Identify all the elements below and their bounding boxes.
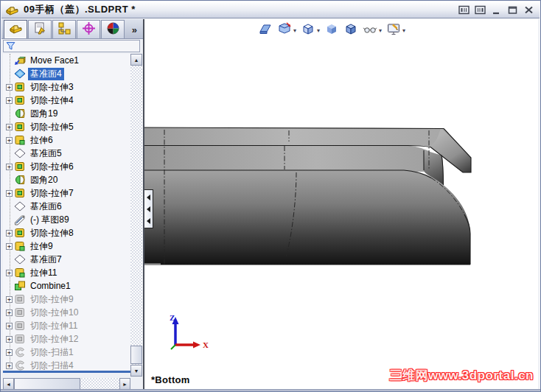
tree-item[interactable]: +切除-拉伸3: [3, 80, 130, 94]
graphics-area[interactable]: ▾▾▾▾: [144, 19, 538, 389]
tree-item[interactable]: +拉伸9: [3, 239, 130, 253]
feature-tree: Move Face1基准面4+切除-拉伸3+切除-拉伸4圆角19+切除-拉伸5+…: [3, 54, 130, 371]
feature-panel: » Move Face1基准面4+切除-拉伸3+切除-拉伸4圆角19+切除-拉伸…: [1, 19, 143, 389]
tree-item[interactable]: +切除-拉伸4: [3, 94, 130, 107]
expander[interactable]: +: [6, 164, 13, 170]
tree-item[interactable]: +切除-拉伸6: [3, 160, 130, 173]
hscroll-thumb[interactable]: [14, 378, 80, 390]
svg-text:X: X: [203, 340, 209, 349]
tree-item-label: 基准面4: [28, 68, 64, 80]
expander[interactable]: +: [6, 270, 13, 276]
tree-vscrollbar[interactable]: ▲ ▼: [130, 54, 142, 377]
expander[interactable]: +: [6, 363, 13, 369]
tree-item[interactable]: +切除-拉伸9: [3, 293, 130, 306]
tree-item-label: 切除-拉伸8: [28, 227, 76, 239]
vscroll-thumb[interactable]: [130, 346, 142, 364]
dock-left-button[interactable]: [458, 4, 470, 15]
scroll-down-button[interactable]: ▼: [130, 365, 142, 377]
panel-tabstrip: »: [1, 19, 143, 39]
tree-item[interactable]: Move Face1: [3, 54, 130, 67]
tree-item[interactable]: +切除-拉伸7: [3, 186, 130, 200]
expander[interactable]: +: [6, 84, 13, 91]
tree-item[interactable]: +切除-拉伸8: [3, 226, 130, 239]
featuremanager-icon: [9, 21, 23, 38]
filter-bar[interactable]: [3, 40, 140, 52]
funnel-icon: [6, 41, 15, 51]
cut-extrude-icon: [14, 307, 26, 318]
boss-extrude-icon: [14, 240, 26, 252]
sketch-icon: [14, 214, 26, 225]
window-bottom-border: [1, 389, 540, 391]
tree-item-label: Move Face1: [28, 55, 81, 66]
expander[interactable]: +: [6, 296, 13, 303]
tree-item-label: Combine1: [28, 281, 73, 291]
combine-icon: [14, 280, 26, 292]
y-axis: [171, 345, 175, 349]
tree-item[interactable]: +切除-拉伸11: [3, 319, 130, 332]
vscroll-track[interactable]: [130, 54, 142, 377]
tabstrip-overflow-chevron[interactable]: »: [132, 24, 142, 38]
tree-item-label: 切除-扫描4: [28, 360, 76, 371]
expander[interactable]: +: [6, 137, 13, 144]
tree-item[interactable]: 基准面6: [3, 200, 130, 213]
tree-item-label: 拉伸11: [28, 267, 59, 279]
close-button[interactable]: [523, 4, 535, 15]
tree-item[interactable]: Combine1: [3, 279, 130, 293]
tree-item[interactable]: +拉伸11: [3, 266, 130, 279]
tree-item[interactable]: 圆角19: [3, 107, 130, 120]
tree-item[interactable]: +切除-扫描1: [3, 346, 130, 359]
tree-item[interactable]: 基准面4: [3, 67, 130, 80]
tree-item[interactable]: +切除-拉伸5: [3, 120, 130, 133]
expander[interactable]: +: [6, 124, 13, 130]
collapse-left-icon: [147, 218, 150, 224]
expander[interactable]: +: [6, 349, 13, 356]
configurations-icon: [57, 21, 71, 38]
datum-plane-icon: [14, 147, 26, 159]
tab-propertymanager[interactable]: [28, 20, 52, 38]
tab-dimxpertmanager[interactable]: [77, 20, 100, 38]
x-axis: X: [175, 340, 209, 349]
expander[interactable]: +: [6, 190, 13, 197]
tree-item[interactable]: +切除-拉伸12: [3, 332, 130, 346]
scroll-left-button[interactable]: ◄: [3, 378, 14, 390]
expander[interactable]: +: [6, 323, 13, 329]
tab-configurationmanager[interactable]: [52, 20, 76, 38]
move-face-icon: [14, 55, 26, 66]
expander[interactable]: +: [6, 243, 13, 250]
tree-item-label: 切除-扫描1: [28, 346, 76, 359]
minimize-button[interactable]: [490, 4, 503, 15]
cut-sweep-icon: [14, 346, 26, 358]
expander[interactable]: +: [6, 97, 13, 104]
tree-item-label: 切除-拉伸11: [28, 320, 80, 332]
tree-item-label: 拉伸9: [28, 240, 55, 253]
window-title: 09手柄（盖）.SLDPRT *: [24, 3, 136, 16]
tree-item-label: 切除-拉伸5: [28, 121, 76, 133]
cut-extrude-icon: [14, 320, 26, 332]
expander[interactable]: +: [6, 336, 13, 343]
restore-button[interactable]: [506, 4, 519, 15]
tree-item[interactable]: +切除-扫描4: [3, 359, 130, 371]
tree-item-label: 切除-拉伸3: [28, 81, 76, 94]
appearances-icon: [106, 21, 120, 38]
dimxpert-icon: [82, 21, 96, 38]
tree-hscrollbar[interactable]: ◄ ►: [3, 378, 130, 390]
tree-item[interactable]: +拉伸6: [3, 133, 130, 147]
tree-item-label: 切除-拉伸7: [28, 187, 76, 200]
tab-featuremanager[interactable]: [4, 20, 27, 38]
tree-item[interactable]: +切除-拉伸10: [3, 306, 130, 319]
tree-item[interactable]: (-) 草图89: [3, 213, 130, 226]
dock-right-button[interactable]: [474, 4, 486, 15]
tree-bottom-divider: [3, 371, 142, 373]
tree-item-label: 拉伸6: [28, 134, 55, 147]
cut-extrude-icon: [14, 81, 26, 93]
scroll-right-button[interactable]: ►: [119, 378, 130, 390]
pane-splitter-handle[interactable]: [144, 189, 153, 228]
tree-item[interactable]: 基准面7: [3, 253, 130, 266]
expander[interactable]: +: [6, 309, 13, 316]
tree-item[interactable]: 圆角20: [3, 173, 130, 186]
tree-item[interactable]: 基准面5: [3, 147, 130, 160]
tab-displaymanager[interactable]: [101, 20, 125, 38]
titlebar[interactable]: 09手柄（盖）.SLDPRT *: [1, 1, 540, 18]
expander[interactable]: +: [6, 230, 13, 237]
scroll-up-button[interactable]: ▲: [130, 54, 142, 66]
